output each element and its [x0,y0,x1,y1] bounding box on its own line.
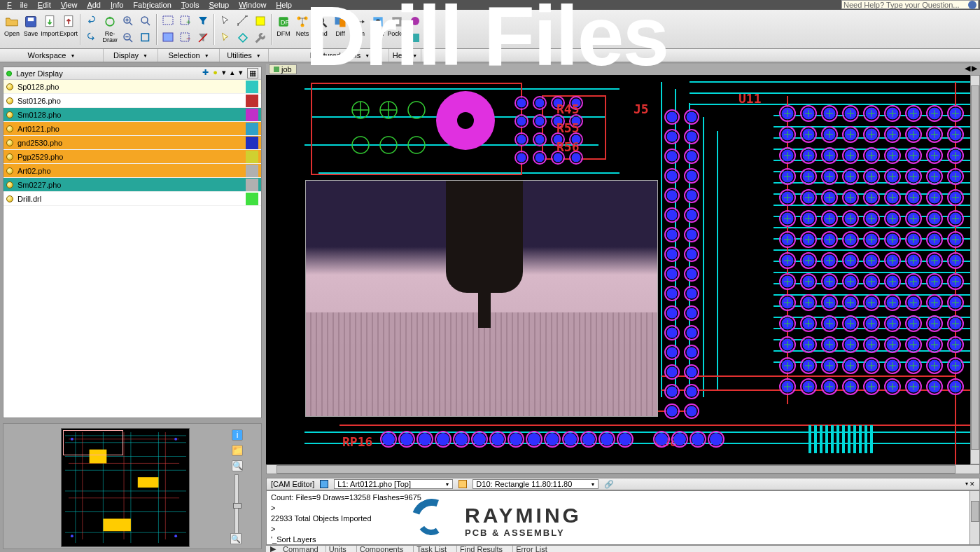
layer-color-swatch[interactable] [246,81,258,93]
link-icon[interactable]: 🔗 [604,480,614,489]
search-icon[interactable] [968,1,976,9]
diff-button[interactable]: Diff [331,13,349,46]
dim-button[interactable]: Dim [350,13,368,46]
menu-window[interactable]: Window [234,1,270,9]
measure-button[interactable] [234,13,251,29]
select-remove-button[interactable]: − [177,29,194,46]
down-icon[interactable]: ▾ [239,68,243,78]
navigator-thumbnail[interactable] [61,428,190,547]
zoom-out-button[interactable] [120,29,136,46]
zoom-window-button[interactable] [137,29,154,46]
misc-2-button[interactable] [407,29,424,46]
export-button[interactable]: Export [59,13,78,46]
select-add-button[interactable]: + [177,13,194,29]
selection-dropdown[interactable]: Selection▼ [158,49,220,62]
help-dropdown[interactable]: Help▼ [389,49,421,62]
layer-item-7[interactable]: Sm0227.pho [4,178,261,192]
layer-item-5[interactable]: Pgp2529.pho [4,150,261,164]
layer-color-swatch[interactable] [246,137,258,149]
layer-color-swatch[interactable] [246,95,258,107]
clear-filter-button[interactable] [195,29,211,46]
dropdown-icon[interactable]: ▾ [222,68,226,78]
featured-tools-dropdown[interactable]: Featured Tools▼ [291,49,389,62]
tab-close-icon[interactable] [274,67,279,72]
tools-button[interactable] [252,29,269,46]
find-button[interactable]: Find [312,13,330,46]
pocket-button[interactable]: Pocket [388,13,406,46]
layer-item-2[interactable]: Sm0128.pho [4,108,261,122]
layer-color-swatch[interactable] [246,179,258,191]
layer-item-6[interactable]: Art02.pho [4,164,261,178]
tab-find-results[interactable]: Find Results [456,545,505,552]
menu-edit[interactable]: Edit [34,1,55,9]
layer-item-3[interactable]: Art0121.pho [4,122,261,136]
navigator-viewport[interactable] [63,430,123,455]
layer-color-swatch[interactable] [246,109,258,121]
undo-button[interactable] [83,13,100,29]
pointer-button[interactable] [217,13,234,29]
tab-prev-button[interactable]: ◀ [965,64,970,73]
bulb-small-icon[interactable]: ● [213,68,218,78]
pcb-canvas[interactable]: R45 R55 R56 J5 U11 RP16 C38 [266,75,980,464]
select-all-button[interactable] [160,29,176,46]
workspace-dropdown[interactable]: Workspace▼ [0,49,104,62]
pour-button[interactable]: Pour [369,13,387,46]
layer-color-swatch[interactable] [246,151,258,163]
tab-next-button[interactable]: ▶ [972,64,977,73]
add-icon[interactable]: ✚ [202,68,209,78]
redraw-button[interactable]: Re-Draw [101,13,119,46]
highlight-button[interactable] [252,13,269,29]
layer-color-swatch[interactable] [246,193,258,205]
layer-item-1[interactable]: Sst0126.pho [4,94,261,108]
layer-color-swatch[interactable] [246,123,258,135]
select-rect-button[interactable] [160,13,176,29]
folder-icon[interactable]: 📁 [232,445,243,456]
layer-color-swatch[interactable] [246,165,258,177]
dfm-button[interactable]: DF DFM [274,13,293,46]
vertical-scrollbar[interactable] [970,75,980,464]
layer-item-8[interactable]: Drill.drl [4,192,261,206]
layer-combo[interactable]: L1: Art0121.pho [Top]▼ [334,479,453,489]
menu-help[interactable]: Help [272,1,296,9]
tab-units[interactable]: Units [326,545,349,552]
close-icon[interactable]: ✕ [969,481,975,488]
menu-file[interactable]: File [3,1,32,9]
layer-item-0[interactable]: Sp0128.pho [4,80,261,94]
options-icon[interactable]: ▦ [247,68,258,78]
help-search-input[interactable]: Need Help? Type your Question... [841,0,979,9]
zoom-slider[interactable] [234,474,239,537]
up-icon[interactable]: ▴ [230,68,234,78]
command-prompt[interactable]: Command [283,545,318,552]
menu-add[interactable]: Add [83,1,105,9]
nets-button[interactable]: Nets [293,13,312,46]
menu-setup[interactable]: Setup [204,1,233,9]
info-icon[interactable]: i [232,429,243,441]
import-button[interactable]: Import [41,13,59,46]
output-scrollbar[interactable] [969,491,979,544]
tab-error-list[interactable]: Error List [512,545,550,552]
redo-button[interactable] [83,29,100,46]
tab-components[interactable]: Components [356,545,406,552]
diamond-button[interactable] [234,29,251,46]
layer-item-4[interactable]: gnd2530.pho [4,136,261,150]
misc-1-button[interactable] [407,13,424,29]
zoom-in-icon[interactable]: 🔍 [232,460,243,471]
utilities-dropdown[interactable]: Utilities▼ [220,49,269,62]
pointer-alt-button[interactable] [217,29,234,46]
minimize-icon[interactable]: ▾ [965,481,968,488]
aperture-combo[interactable]: D10: Rectangle 11.80:11.80▼ [472,479,598,489]
save-button[interactable]: Save [22,13,40,46]
horizontal-scrollbar[interactable] [266,464,980,474]
menu-fabrication[interactable]: Fabrication [129,1,175,9]
menu-view[interactable]: View [57,1,82,9]
filter-button[interactable] [195,13,211,29]
menu-info[interactable]: Info [106,1,127,9]
canvas-tab-job[interactable]: job [269,64,297,74]
open-button[interactable]: Open [3,13,21,46]
zoom-out-icon[interactable]: 🔍 [230,533,241,544]
zoom-fit-button[interactable] [137,13,154,29]
tab-task-list[interactable]: Task List [413,545,449,552]
menu-tools[interactable]: Tools [177,1,204,9]
zoom-in-button[interactable] [120,13,136,29]
display-dropdown[interactable]: Display▼ [104,49,158,62]
